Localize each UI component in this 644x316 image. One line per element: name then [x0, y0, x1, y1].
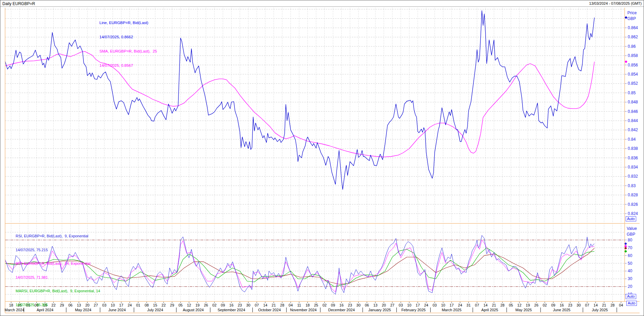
- week-tick-label: 03: [399, 303, 403, 307]
- week-tick-label: 26: [534, 303, 538, 307]
- week-tick-label: 14: [263, 303, 267, 307]
- price-axis-currency: GBP: [627, 16, 636, 21]
- month-label: June 2025: [553, 308, 570, 312]
- week-tick-label: 02: [322, 303, 326, 307]
- month-label: November 2024: [290, 308, 317, 312]
- week-tick-label: 11: [297, 303, 301, 307]
- week-tick-label: 24: [128, 303, 132, 307]
- legend-rsi9-value: 14/07/2025, 75.215: [16, 248, 102, 253]
- week-tick-label: 09: [221, 303, 225, 307]
- week-tick-label: 21: [272, 303, 276, 307]
- week-tick-label: 30: [246, 303, 250, 307]
- week-tick-label: 14: [484, 303, 488, 307]
- month-label: July 2024: [147, 308, 163, 312]
- price-tick-label: 0.834: [628, 165, 638, 170]
- week-tick-label: 29: [170, 303, 174, 307]
- week-tick-label: 28: [280, 303, 284, 307]
- week-tick-label: 05: [178, 303, 183, 307]
- week-tick-label: 21: [602, 303, 606, 307]
- price-tick-label: 0.85: [628, 91, 636, 95]
- week-tick-label: 09: [551, 303, 555, 307]
- week-tick-label: 12: [517, 303, 522, 307]
- week-tick-label: 05: [509, 303, 513, 307]
- month-label: June 2024: [108, 308, 126, 312]
- week-tick-label: 16: [339, 303, 343, 307]
- week-tick-label: 23: [348, 303, 352, 307]
- week-tick-label: 14: [593, 303, 598, 307]
- week-tick-label: 16: [229, 303, 233, 307]
- price-tick-label: 0.832: [628, 174, 638, 179]
- sma-series-line: [5, 52, 594, 157]
- price-tick-label: 0.844: [628, 118, 638, 123]
- month-label: April 2025: [481, 308, 498, 312]
- value-tick-label: 80: [628, 238, 632, 242]
- week-tick-label: 17: [450, 303, 454, 307]
- week-tick-label: 18: [9, 303, 13, 307]
- week-tick-label: 07: [255, 303, 259, 307]
- legend-rsi14-value: 14/07/2025, 71.981: [16, 275, 102, 280]
- price-tick-label: 0.842: [628, 127, 638, 132]
- week-tick-label: 09: [331, 303, 335, 307]
- legend-sma-series: SMA, EURGBP=R, Bid(Last), 25: [99, 49, 157, 54]
- date-range-label: 13/03/2024 - 07/08/2025 (GMT): [589, 1, 642, 5]
- price-tick-label: 0.824: [628, 211, 638, 216]
- price-tick-label: 0.856: [628, 63, 638, 67]
- week-tick-label: 02: [212, 303, 216, 307]
- week-tick-label: 15: [153, 303, 157, 307]
- price-tick-label: 0.836: [628, 156, 638, 160]
- title-bar: Daily EURGBP=R 13/03/2024 - 07/08/2025 (…: [0, 0, 644, 7]
- week-tick-label: 21: [492, 303, 496, 307]
- week-tick-label: 04: [289, 303, 293, 307]
- price-tick-label: 0.846: [628, 109, 638, 114]
- value-tick-label: 40: [628, 269, 632, 273]
- legend-marsi9-value: 14/07/2025, 65.365: [16, 303, 102, 308]
- price-tick-label: 0.83: [628, 183, 636, 188]
- price-marker-diamond-1: [625, 60, 627, 63]
- week-tick-label: 26: [204, 303, 208, 307]
- week-tick-label: 23: [568, 303, 572, 307]
- week-tick-label: 03: [102, 303, 106, 307]
- month-label: September 2024: [217, 308, 245, 312]
- week-tick-label: 23: [238, 303, 242, 307]
- week-tick-label: 30: [576, 303, 581, 307]
- week-tick-label: 08: [145, 303, 149, 307]
- week-tick-label: 06: [365, 303, 369, 307]
- page-title: Daily EURGBP=R: [2, 1, 35, 6]
- week-tick-label: 07: [585, 303, 589, 307]
- rsi-panel-legend: RSI, EURGBP=R, Bid(Last), 9, Exponential…: [16, 225, 102, 316]
- price-tick-label: 0.848: [628, 100, 638, 104]
- week-tick-label: 03: [433, 303, 437, 307]
- legend-line-value: 14/07/2025, 0.8662: [99, 35, 157, 39]
- month-label: July 2025: [592, 308, 608, 312]
- legend-rsi14-series: RSI, EURGBP=R, Bid(Last), 14, Exponentia…: [16, 261, 102, 266]
- price-axis-auto-button[interactable]: Auto: [626, 216, 636, 221]
- week-tick-label: 31: [467, 303, 471, 307]
- price-tick-label: 0.84: [628, 137, 636, 142]
- price-tick-label: 0.858: [628, 53, 638, 58]
- week-tick-label: 22: [162, 303, 166, 307]
- week-tick-label: 19: [195, 303, 200, 307]
- week-tick-label: 07: [475, 303, 479, 307]
- week-tick-label: 30: [356, 303, 360, 307]
- price-tick-label: 0.838: [628, 146, 638, 151]
- week-tick-label: 01: [136, 303, 140, 307]
- week-tick-label: 18: [305, 303, 309, 307]
- price-tick-label: 0.862: [628, 35, 638, 39]
- value-tick-label: 50: [628, 261, 632, 266]
- x-axis-auto-button[interactable]: Auto: [626, 301, 637, 306]
- value-tick-label: 30: [628, 276, 632, 281]
- price-marker-diamond-0: [625, 16, 627, 19]
- legend-rsi9-series: RSI, EURGBP=R, Bid(Last), 9, Exponential: [16, 234, 102, 239]
- week-tick-label: 16: [560, 303, 564, 307]
- value-tick-label: 70: [628, 245, 632, 250]
- week-tick-label: 25: [314, 303, 318, 307]
- value-axis-auto-button[interactable]: Auto: [626, 294, 636, 299]
- week-tick-label: 13: [373, 303, 377, 307]
- week-tick-label: 10: [441, 303, 445, 307]
- week-tick-label: 27: [390, 303, 394, 307]
- legend-line-series: Line, EURGBP=R, Bid(Last): [99, 20, 157, 25]
- week-tick-label: 24: [458, 303, 462, 307]
- month-label: January 2025: [368, 308, 391, 312]
- month-label: May 2025: [515, 308, 532, 312]
- value-tick-label: 20: [628, 284, 632, 289]
